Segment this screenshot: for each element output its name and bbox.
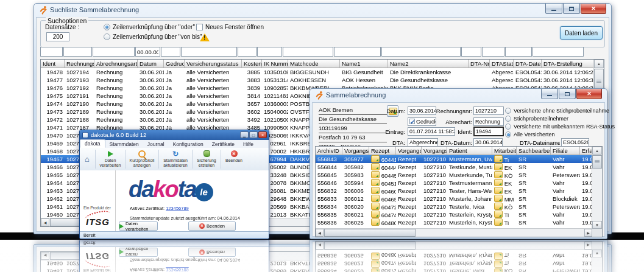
document-folder-icon[interactable]	[371, 155, 380, 162]
scroll-left-button[interactable]: ◀	[316, 229, 324, 237]
scroll-thumb[interactable]	[592, 155, 602, 169]
filter-input-1[interactable]	[63, 47, 92, 57]
menu-tab-zertifikate[interactable]: Zertifikate	[208, 141, 239, 148]
column-header-3[interactable]: Vorgangsart	[396, 147, 422, 155]
column-header-0[interactable]: Ident	[41, 60, 65, 68]
address-line-1[interactable]: Die Gesundheitskasse	[319, 116, 387, 124]
column-header-4[interactable]: Vorgangsnr	[422, 147, 447, 155]
column-header-2[interactable]: Rezept	[369, 147, 396, 155]
column-header-0[interactable]: ArchivID	[316, 147, 342, 155]
document-folder-icon[interactable]	[494, 171, 503, 178]
horizontal-scrollbar[interactable]: ◀ ▶	[316, 228, 592, 237]
document-folder-icon[interactable]	[494, 211, 503, 218]
close-button[interactable]: ✕	[576, 89, 602, 99]
table-row[interactable]: 556836306025 60480Rezept1027210Musterlei…	[316, 218, 602, 226]
dta-datum-field[interactable]: 30.06.2014 1	[473, 138, 503, 147]
gedruckt-checkbox[interactable]	[409, 119, 415, 124]
abrechart-field[interactable]: Rechnung	[473, 117, 504, 126]
column-header-3[interactable]: Datum	[138, 60, 164, 68]
table-row[interactable]: 556832306006 60460Rezept1027210Tester, H…	[316, 187, 602, 195]
document-folder-icon[interactable]	[371, 195, 380, 202]
vertical-scrollbar[interactable]: ▲ ▼	[592, 147, 602, 229]
document-folder-icon[interactable]	[494, 179, 503, 186]
titlebar-sammelabrechnung[interactable]: Sammelabrechnung ✕	[310, 89, 607, 102]
maximize-button[interactable]	[559, 89, 576, 99]
maximize-button[interactable]	[563, 4, 580, 14]
radio-vonbis[interactable]: Zeilenverknüpfung über "von bis"	[104, 33, 202, 40]
titlebar-suchliste[interactable]: Suchliste Sammelabrechnung ✕	[34, 4, 611, 17]
column-header-9[interactable]: Erfa	[580, 147, 592, 155]
daten-laden-button[interactable]: Daten laden	[560, 26, 603, 40]
versicherte-radio-1[interactable]: Stichprobenteilnehmer	[505, 116, 568, 122]
radio-oder[interactable]: Zeilenverknüpfung über "oder"	[104, 24, 195, 30]
toolbar-database-button[interactable]: Sicherung erstellen	[193, 148, 220, 170]
table-row[interactable]: 556846305994 60451Rezept1027210Testmuste…	[316, 179, 602, 187]
column-header-11[interactable]: DTA-Nr.	[469, 60, 490, 68]
column-header-6[interactable]: Kostentr.ID	[242, 60, 262, 68]
filter-input-13[interactable]	[505, 47, 532, 57]
minimize-button[interactable]	[545, 4, 562, 14]
document-folder-icon[interactable]	[494, 187, 503, 194]
filter-input-11[interactable]	[461, 47, 481, 57]
table-row[interactable]: 556835306021 60474Rezept1027210Testerlei…	[316, 211, 602, 218]
beenden-button[interactable]: ✕ Beenden	[188, 221, 236, 231]
document-folder-icon[interactable]	[371, 179, 380, 186]
toolbar-refresh-button[interactable]: ↻Stammdaten aktualisieren	[160, 148, 191, 170]
hscroll-thumb[interactable]	[324, 229, 416, 237]
column-header-10[interactable]: Name2	[388, 60, 469, 68]
menu-tab-hilfe[interactable]: Hilfe	[239, 141, 258, 148]
menu-tab-konfiguration[interactable]: Konfiguration	[169, 141, 208, 148]
filter-input-10[interactable]	[381, 47, 461, 57]
column-header-8[interactable]: Filiale	[551, 147, 580, 155]
table-row[interactable]: 556834306020 60472Rezept1027210Testerle,…	[316, 203, 602, 211]
document-folder-icon[interactable]	[494, 155, 503, 162]
filter-input-3[interactable]	[135, 47, 160, 57]
document-folder-icon[interactable]	[371, 211, 380, 218]
scroll-left-button[interactable]: ◀	[41, 218, 49, 226]
column-header-12[interactable]: DTAStatus	[490, 60, 514, 68]
ident-field[interactable]: 19494	[473, 127, 504, 136]
document-folder-icon[interactable]	[371, 163, 380, 170]
column-header-9[interactable]: Name1	[340, 60, 388, 68]
minimize-button[interactable]	[541, 89, 558, 99]
column-header-5[interactable]: Patient	[447, 147, 492, 155]
filter-input-14[interactable]	[533, 47, 584, 57]
close-button[interactable]: ✕	[258, 131, 267, 138]
table-row[interactable]: 194771027193Rechnung30.06.2014Jaalle Ver…	[41, 76, 604, 84]
menu-tab-stammdaten[interactable]: Stammdaten	[105, 141, 143, 148]
column-header-1[interactable]: Vorgangs ID	[342, 147, 369, 155]
close-button[interactable]: ✕	[581, 4, 606, 14]
table-row[interactable]: 556844305982 60444Rezept1027210Testkunde…	[316, 163, 602, 171]
document-folder-icon[interactable]	[371, 203, 380, 210]
filter-input-0[interactable]	[40, 47, 63, 57]
home-button[interactable]: ⌂	[80, 148, 94, 170]
filter-input-9[interactable]	[334, 47, 381, 57]
datensaetze-input[interactable]	[46, 32, 69, 41]
filter-input-7[interactable]	[257, 47, 282, 57]
filter-input-4[interactable]	[161, 47, 180, 57]
document-folder-icon[interactable]	[494, 203, 503, 210]
zertifikat-link[interactable]: 123456789	[166, 206, 189, 211]
toolbar-play-button[interactable]: Daten verarbeiten	[96, 148, 124, 170]
column-header-7[interactable]: Sachbearbeiter	[517, 147, 551, 155]
daten-verarbeiten-button[interactable]: Daten verarbeiten	[119, 221, 158, 231]
maximize-button[interactable]: ▢	[249, 131, 258, 138]
column-header-7[interactable]: IK Nummer	[262, 60, 288, 68]
scroll-down-button[interactable]: ▼	[592, 221, 602, 229]
document-folder-icon[interactable]	[494, 163, 503, 170]
filter-input-12[interactable]	[482, 47, 504, 57]
toolbar-magnifier-button[interactable]: Kurzprotokoll anzeigen	[126, 148, 158, 170]
filter-input-8[interactable]	[283, 47, 333, 57]
column-header-8[interactable]: Matchcode	[288, 60, 340, 68]
dta-dateiname-field[interactable]: ESOL0526	[561, 138, 589, 147]
titlebar-dakota[interactable]: dakota.le 6.0 Build 12 ▁ ▢ ✕	[80, 130, 269, 140]
scroll-right-button[interactable]: ▶	[584, 229, 592, 237]
rechnungsnr-field[interactable]: 1027210	[473, 106, 504, 115]
document-folder-icon[interactable]	[371, 218, 380, 226]
column-header-1[interactable]: Rechnungsnr	[65, 60, 94, 68]
document-folder-icon[interactable]	[371, 171, 380, 178]
table-row[interactable]: 556843305977 60441Rezept1027210Musterman…	[316, 155, 602, 163]
scroll-up-button[interactable]: ▲	[594, 60, 604, 68]
versicherte-radio-3[interactable]: Alle Versicherten	[505, 131, 555, 138]
table-row[interactable]: 556845305983 60445Rezept1027210Musterkun…	[316, 171, 602, 179]
